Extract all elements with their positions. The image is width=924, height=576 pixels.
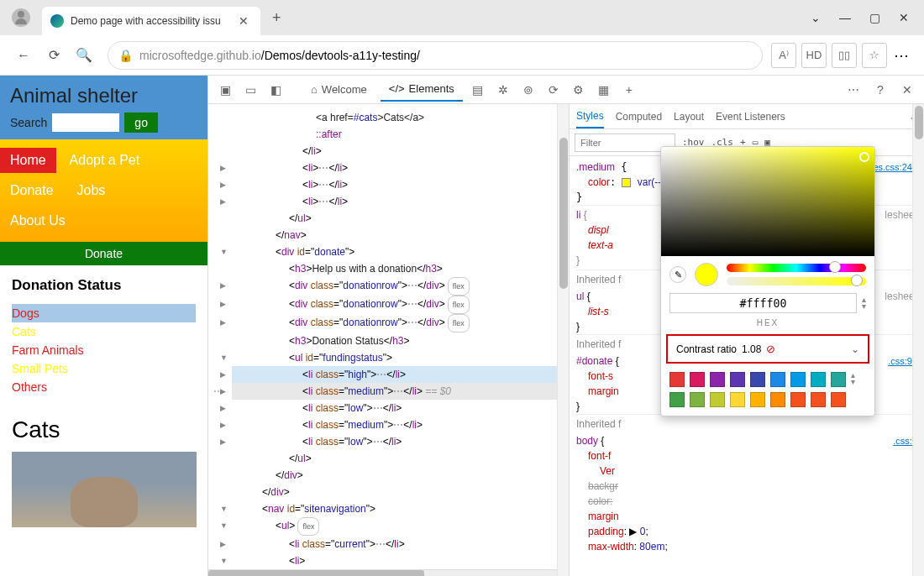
close-button[interactable]: ✕ [899, 11, 909, 24]
tab-styles[interactable]: Styles [576, 105, 604, 128]
expand-icon[interactable]: ▶ [220, 433, 226, 450]
console-icon[interactable]: ▤ [468, 80, 488, 100]
hd-icon[interactable]: HD [801, 43, 827, 68]
new-tab-button[interactable]: + [260, 9, 293, 27]
list-item[interactable]: Others [12, 378, 196, 396]
tab-event-listeners[interactable]: Event Listeners [716, 106, 785, 128]
nav-donate[interactable]: Donate [0, 178, 64, 203]
palette-swatch[interactable] [710, 372, 725, 387]
refresh-button[interactable]: ⟳ [39, 40, 69, 71]
palette-swatch[interactable] [710, 392, 725, 407]
expand-icon[interactable]: ▶ [220, 314, 226, 331]
palette-swatch[interactable] [750, 372, 765, 387]
sources-icon[interactable]: ✲ [493, 80, 513, 100]
horizontal-scrollbar[interactable] [208, 569, 569, 576]
hue-slider[interactable] [727, 264, 866, 272]
list-item[interactable]: Dogs [12, 304, 196, 322]
inspect-icon[interactable]: ▣ [215, 80, 235, 100]
search-icon[interactable]: 🔍 [69, 40, 99, 71]
device-icon[interactable]: ▭ [240, 80, 260, 100]
palette-swatch[interactable] [730, 392, 745, 407]
saturation-value-field[interactable] [661, 147, 874, 256]
list-item[interactable]: Cats [12, 322, 196, 341]
palette-swatch[interactable] [790, 372, 806, 387]
flex-badge[interactable]: flex [448, 296, 470, 314]
search-input[interactable] [52, 113, 119, 132]
contrast-ratio-row[interactable]: Contrast ratio 1.08 ⊘ ⌄ [666, 334, 869, 364]
tab-elements[interactable]: </>Elements [381, 77, 463, 102]
eyedropper-icon[interactable]: ✎ [669, 266, 686, 283]
palette-swatch[interactable] [811, 372, 826, 387]
browser-tab[interactable]: Demo page with accessibility issu ✕ [42, 7, 260, 35]
hex-input[interactable] [669, 293, 857, 313]
address-bar[interactable]: 🔒 microsoftedge.github.io/Demos/devtools… [108, 41, 763, 70]
palette-toggle-icon[interactable]: ▴▾ [851, 372, 863, 387]
application-icon[interactable]: ▦ [594, 80, 614, 100]
expand-icon[interactable]: ▶ [220, 400, 226, 416]
help-icon[interactable]: ? [870, 80, 890, 100]
color-swatch[interactable] [622, 178, 631, 187]
vertical-scrollbar[interactable] [557, 104, 569, 576]
maximize-button[interactable]: ▢ [869, 11, 880, 24]
expand-icon[interactable]: ▶ [220, 296, 226, 312]
more-tabs-icon[interactable]: + [619, 80, 639, 100]
nav-adopt[interactable]: Adopt a Pet [60, 148, 150, 173]
go-button[interactable]: go [124, 113, 158, 133]
flex-badge[interactable]: flex [297, 517, 319, 536]
read-aloud-icon[interactable]: A⁾ [771, 43, 796, 68]
collapse-icon[interactable]: ▼ [220, 552, 228, 569]
expand-icon[interactable]: ▶ [220, 416, 226, 433]
palette-swatch[interactable] [750, 392, 765, 407]
expand-icon[interactable]: ▶ [220, 176, 226, 193]
devtools-more-icon[interactable]: ⋯ [843, 80, 864, 100]
vertical-scrollbar[interactable] [912, 104, 924, 576]
expand-icon[interactable]: ▶ [220, 160, 226, 176]
window-dropdown-icon[interactable]: ⌄ [811, 11, 821, 24]
memory-icon[interactable]: ⚙ [569, 80, 589, 100]
collapse-icon[interactable]: ▼ [220, 500, 228, 517]
palette-swatch[interactable] [811, 392, 826, 407]
more-menu-icon[interactable]: ⋯ [887, 46, 916, 65]
tab-welcome[interactable]: ⌂Welcome [302, 78, 375, 101]
palette-swatch[interactable] [790, 392, 806, 407]
back-button[interactable]: ← [8, 40, 39, 71]
expand-icon[interactable]: ▶ [220, 383, 226, 400]
favorite-icon[interactable]: ☆ [862, 43, 887, 68]
palette-swatch[interactable] [690, 372, 705, 387]
alpha-slider[interactable] [727, 277, 866, 285]
collections-icon[interactable]: ▯▯ [832, 43, 857, 68]
flex-badge[interactable]: flex [448, 314, 470, 333]
performance-icon[interactable]: ⟳ [543, 80, 564, 100]
flex-badge[interactable]: flex [448, 277, 470, 296]
nav-about[interactable]: About Us [0, 208, 76, 233]
minimize-button[interactable]: — [839, 11, 851, 24]
collapse-icon[interactable]: ▼ [220, 243, 228, 260]
expand-icon[interactable]: ▶ [220, 536, 226, 552]
tab-computed[interactable]: Computed [616, 106, 662, 128]
palette-swatch[interactable] [831, 392, 846, 407]
list-item[interactable]: Small Pets [12, 359, 196, 378]
dock-icon[interactable]: ◧ [265, 80, 286, 100]
palette-swatch[interactable] [831, 372, 846, 387]
palette-swatch[interactable] [770, 392, 785, 407]
palette-swatch[interactable] [730, 372, 745, 387]
format-toggle-icon[interactable]: ▴▾ [862, 296, 866, 310]
palette-swatch[interactable] [669, 392, 685, 407]
list-item[interactable]: Farm Animals [12, 341, 196, 359]
nav-jobs[interactable]: Jobs [66, 178, 115, 203]
profile-icon[interactable] [12, 8, 30, 27]
expand-icon[interactable]: ▶ [220, 193, 226, 210]
network-icon[interactable]: ⊚ [518, 80, 538, 100]
expand-icon[interactable]: ▶ [220, 366, 226, 383]
tab-layout[interactable]: Layout [674, 106, 704, 128]
expand-icon[interactable]: ▶ [220, 277, 226, 294]
tab-close-icon[interactable]: ✕ [235, 14, 252, 28]
nav-home[interactable]: Home [0, 148, 56, 173]
palette-swatch[interactable] [669, 372, 685, 387]
devtools-close-icon[interactable]: ✕ [897, 80, 917, 100]
collapse-icon[interactable]: ▼ [220, 349, 228, 366]
palette-swatch[interactable] [770, 372, 785, 387]
donate-bar[interactable]: Donate [0, 242, 207, 265]
palette-swatch[interactable] [690, 392, 705, 407]
collapse-icon[interactable]: ▼ [220, 517, 228, 534]
